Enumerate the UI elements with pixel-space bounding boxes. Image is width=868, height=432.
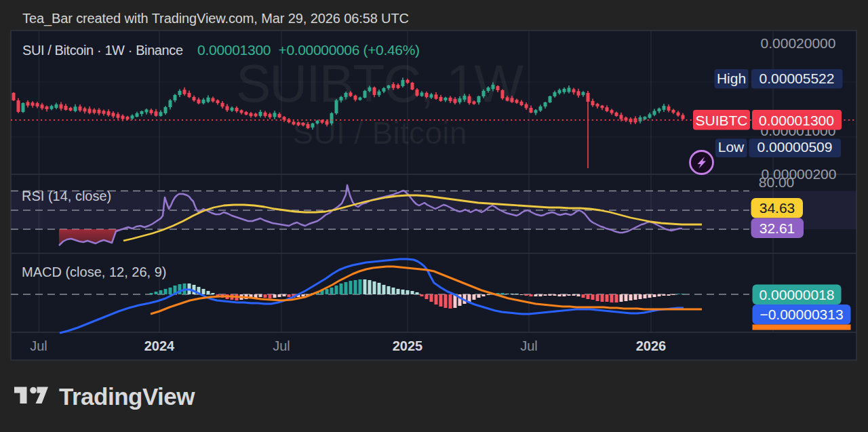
svg-text:80.00: 80.00 — [759, 174, 795, 190]
svg-text:SUIBTC: SUIBTC — [695, 113, 747, 128]
svg-text:Jul: Jul — [273, 338, 290, 353]
svg-text:2026: 2026 — [636, 338, 667, 353]
svg-text:0.00020000: 0.00020000 — [761, 35, 836, 51]
svg-text:32.61: 32.61 — [760, 220, 795, 236]
svg-text:0.00001300: 0.00001300 — [197, 42, 271, 58]
svg-text:+0.00000006 (+0.46%): +0.00000006 (+0.46%) — [279, 42, 420, 58]
svg-text:Jul: Jul — [520, 338, 538, 353]
svg-text:2025: 2025 — [393, 338, 423, 353]
svg-text:Jul: Jul — [30, 338, 47, 353]
svg-text:RSI (14, close): RSI (14, close) — [22, 189, 111, 203]
svg-text:SUIBTC, 1W: SUIBTC, 1W — [236, 54, 524, 113]
svg-text:−0.00000313: −0.00000313 — [760, 307, 843, 322]
svg-text:Tea_Bar created with TradingVi: Tea_Bar created with TradingView.com, Ma… — [22, 11, 409, 26]
svg-text:0.00001300: 0.00001300 — [759, 113, 834, 128]
svg-text:34.63: 34.63 — [760, 200, 795, 216]
svg-text:SUI / Bitcoin · 1W · Binance: SUI / Bitcoin · 1W · Binance — [22, 43, 183, 58]
svg-text:0.00005522: 0.00005522 — [760, 71, 835, 86]
svg-text:0.00000509: 0.00000509 — [757, 139, 833, 155]
svg-text:TradingView: TradingView — [59, 383, 195, 410]
svg-text:0.00000018: 0.00000018 — [760, 287, 835, 302]
svg-text:2024: 2024 — [144, 338, 175, 353]
svg-text:Low: Low — [718, 139, 745, 155]
svg-text:MACD (close, 12, 26, 9): MACD (close, 12, 26, 9) — [22, 264, 166, 279]
svg-text:High: High — [717, 71, 746, 86]
